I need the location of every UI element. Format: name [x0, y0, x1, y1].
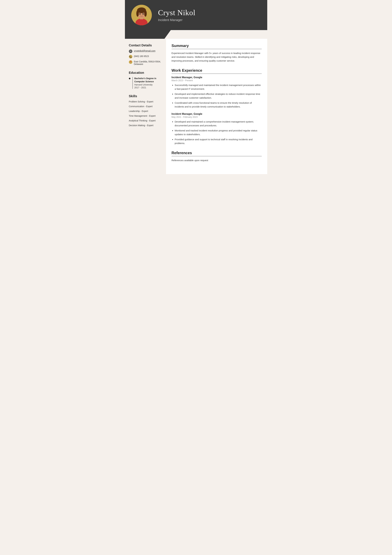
email-item: ✉ crystnikol@gmail.com — [129, 50, 162, 53]
edu-school: Harvard University — [134, 83, 162, 86]
main-content: Summary Experienced Incident Manager wit… — [166, 39, 267, 174]
edu-bullet-icon — [129, 78, 130, 79]
phone-value: (840) 180 8523 — [134, 55, 149, 58]
svg-point-6 — [144, 10, 147, 17]
location-icon: 📍 — [129, 60, 132, 64]
phone-icon: 📞 — [129, 55, 132, 58]
job-title: Incident Manager, Google — [171, 76, 262, 79]
job-bullet: Monitored and tracked incident resolutio… — [175, 129, 262, 136]
avatar — [131, 5, 152, 25]
experience-section: Work Experience Incident Manager, Google… — [171, 68, 262, 145]
skills-title: Skills — [129, 94, 162, 98]
address-item: 📍 East Candida, 55810-5504, Delaware — [129, 60, 162, 65]
job-bullets: Successfully managed and maintained the … — [175, 83, 262, 109]
candidate-name: Cryst Nikol — [158, 8, 195, 17]
summary-text: Experienced Incident Manager with 5+ yea… — [171, 51, 262, 63]
job-bullet: Provided guidance and support to technic… — [175, 138, 262, 145]
header: Cryst Nikol Incident Manager — [125, 0, 267, 30]
job-bullet: Coordinated with cross-functional teams … — [175, 101, 262, 109]
skills-list: Problem Solving - ExpertCommunication - … — [129, 100, 162, 127]
chevron-light — [164, 30, 267, 39]
job-bullet: Successfully managed and maintained the … — [175, 83, 262, 91]
skill-item: Problem Solving - Expert — [129, 100, 162, 103]
references-section: References References available upon req… — [171, 151, 262, 162]
job-bullets: Developed and maintained a comprehensive… — [175, 120, 262, 145]
chevron-dark — [125, 30, 164, 39]
education-title: Education — [129, 71, 162, 74]
header-chevron — [125, 30, 267, 39]
education-section: Education Bachelor's Degree in Computer … — [129, 71, 162, 89]
skill-item: Communication - Expert — [129, 105, 162, 108]
job-bullet: Developed and maintained a comprehensive… — [175, 120, 262, 127]
email-value: crystnikol@gmail.com — [134, 50, 156, 52]
main-layout: Contact Details ✉ crystnikol@gmail.com 📞… — [125, 39, 267, 174]
job-dates: May 2021 - February 2023 — [171, 116, 262, 118]
summary-section: Summary Experienced Incident Manager wit… — [171, 44, 262, 63]
experience-title: Work Experience — [171, 68, 262, 74]
candidate-title: Incident Manager — [158, 18, 195, 22]
svg-point-8 — [143, 13, 143, 15]
jobs-list: Incident Manager, GoogleMarch 2023 - Pre… — [171, 76, 262, 145]
contact-title: Contact Details — [129, 44, 162, 47]
job-dates: March 2023 - Present — [171, 79, 262, 82]
references-text: References available upon request — [171, 159, 262, 162]
job-bullet: Developed and implemented effective stra… — [175, 92, 262, 100]
job-block: Incident Manager, GoogleMay 2021 - Febru… — [171, 113, 262, 145]
skill-item: Leadership - Expert — [129, 110, 162, 112]
job-block: Incident Manager, GoogleMarch 2023 - Pre… — [171, 76, 262, 109]
skill-item: Analytical Thinking - Expert — [129, 119, 162, 122]
skills-section: Skills Problem Solving - ExpertCommunica… — [129, 94, 162, 127]
svg-point-7 — [139, 13, 140, 15]
summary-title: Summary — [171, 44, 262, 49]
address-value: East Candida, 55810-5504, Delaware — [134, 60, 162, 65]
edu-content: Bachelor's Degree in Computer Science Ha… — [132, 77, 162, 89]
email-icon: ✉ — [129, 50, 132, 53]
skill-item: Decision Making - Expert — [129, 124, 162, 127]
job-title: Incident Manager, Google — [171, 113, 262, 115]
svg-point-5 — [136, 10, 139, 17]
contact-section: Contact Details ✉ crystnikol@gmail.com 📞… — [129, 44, 162, 65]
education-item: Bachelor's Degree in Computer Science Ha… — [129, 77, 162, 89]
references-title: References — [171, 151, 262, 156]
edu-degree: Bachelor's Degree in Computer Science — [134, 77, 162, 83]
skill-item: Time Management - Expert — [129, 115, 162, 117]
phone-item: 📞 (840) 180 8523 — [129, 55, 162, 58]
edu-years: 2017 - 2021 — [134, 86, 162, 89]
header-text: Cryst Nikol Incident Manager — [158, 8, 195, 22]
sidebar: Contact Details ✉ crystnikol@gmail.com 📞… — [125, 39, 166, 174]
